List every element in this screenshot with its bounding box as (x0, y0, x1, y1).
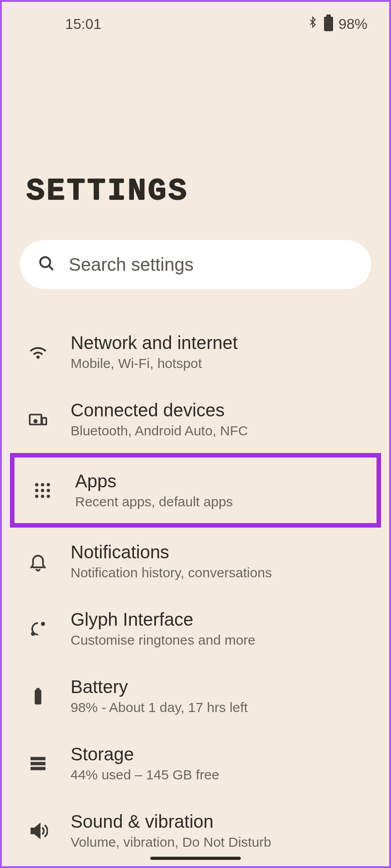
storage-icon (28, 754, 48, 774)
item-title: Battery (71, 677, 248, 697)
item-text: Battery 98% - About 1 day, 17 hrs left (71, 677, 248, 715)
apps-icon (33, 481, 52, 500)
item-title: Sound & vibration (71, 811, 272, 832)
svg-point-11 (35, 495, 38, 498)
status-time: 15:01 (65, 16, 101, 33)
item-text: Apps Recent apps, default apps (75, 471, 233, 509)
item-title: Network and internet (71, 333, 238, 353)
item-text: Network and internet Mobile, Wi-Fi, hots… (71, 333, 238, 371)
bell-icon (28, 552, 48, 571)
item-text: Notifications Notification history, conv… (71, 542, 272, 580)
bluetooth-icon (307, 14, 319, 33)
settings-item-network[interactable]: Network and internet Mobile, Wi-Fi, hots… (2, 318, 389, 386)
svg-rect-19 (31, 762, 46, 765)
settings-item-battery[interactable]: Battery 98% - About 1 day, 17 hrs left (2, 662, 389, 730)
svg-point-10 (47, 489, 50, 492)
search-icon (38, 255, 55, 274)
svg-point-0 (40, 257, 50, 267)
svg-point-7 (47, 483, 50, 486)
item-subtitle: Notification history, conversations (71, 565, 272, 580)
svg-point-13 (47, 495, 50, 498)
item-text: Storage 44% used – 145 GB free (71, 744, 219, 783)
battery-icon (28, 686, 48, 706)
svg-rect-3 (42, 418, 46, 425)
svg-point-9 (41, 489, 44, 492)
svg-point-12 (41, 495, 44, 498)
svg-rect-20 (31, 767, 46, 770)
settings-item-sound[interactable]: Sound & vibration Volume, vibration, Do … (2, 797, 389, 864)
item-subtitle: Mobile, Wi-Fi, hotspot (71, 356, 238, 371)
svg-point-14 (42, 623, 44, 625)
svg-point-15 (32, 632, 34, 635)
item-title: Notifications (71, 542, 272, 562)
svg-rect-16 (35, 689, 42, 704)
svg-rect-18 (31, 757, 46, 760)
svg-line-1 (49, 266, 53, 270)
sound-icon (28, 821, 48, 841)
battery-icon (324, 17, 333, 31)
devices-icon (28, 410, 48, 429)
item-subtitle: Bluetooth, Android Auto, NFC (71, 423, 248, 439)
status-bar: 15:01 98% (2, 2, 389, 33)
settings-item-notifications[interactable]: Notifications Notification history, conv… (2, 528, 389, 595)
settings-item-storage[interactable]: Storage 44% used – 145 GB free (2, 730, 389, 797)
item-subtitle: Recent apps, default apps (75, 494, 233, 509)
svg-point-6 (41, 483, 44, 486)
item-text: Connected devices Bluetooth, Android Aut… (71, 400, 248, 439)
item-title: Glyph Interface (71, 609, 256, 630)
settings-item-glyph[interactable]: Glyph Interface Customise ringtones and … (2, 595, 389, 662)
status-right: 98% (307, 14, 367, 33)
svg-point-4 (34, 420, 37, 422)
item-title: Connected devices (71, 400, 248, 420)
item-subtitle: Volume, vibration, Do Not Disturb (71, 835, 272, 850)
item-text: Glyph Interface Customise ringtones and … (71, 609, 256, 648)
battery-percent: 98% (339, 16, 367, 33)
search-bar[interactable]: Search settings (20, 240, 371, 289)
svg-point-5 (35, 483, 38, 486)
svg-point-8 (35, 489, 38, 492)
svg-rect-17 (36, 688, 39, 690)
settings-item-apps[interactable]: Apps Recent apps, default apps (10, 453, 381, 528)
item-subtitle: 98% - About 1 day, 17 hrs left (71, 700, 248, 715)
item-subtitle: 44% used – 145 GB free (71, 767, 219, 783)
item-title: Apps (75, 471, 233, 491)
search-placeholder: Search settings (69, 255, 194, 275)
settings-item-connected-devices[interactable]: Connected devices Bluetooth, Android Aut… (2, 386, 389, 453)
navigation-handle[interactable] (150, 857, 241, 860)
glyph-icon (28, 619, 48, 639)
item-subtitle: Customise ringtones and more (71, 632, 256, 648)
wifi-icon (28, 342, 48, 362)
page-title: SETTINGS (2, 33, 389, 208)
item-title: Storage (71, 744, 219, 764)
item-text: Sound & vibration Volume, vibration, Do … (71, 811, 272, 850)
settings-list: Network and internet Mobile, Wi-Fi, hots… (2, 318, 389, 864)
